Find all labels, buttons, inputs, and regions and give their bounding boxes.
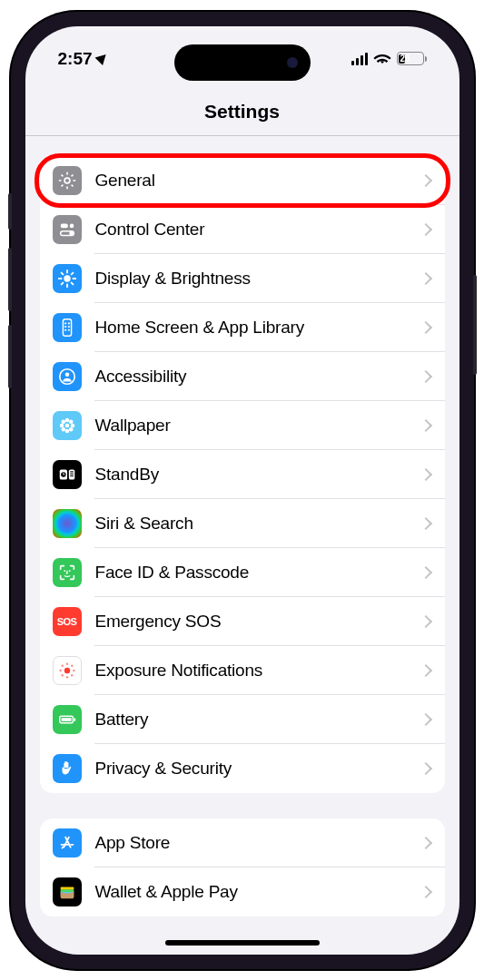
row-label: Siri & Search: [95, 514, 421, 534]
svg-point-33: [64, 428, 69, 433]
svg-point-28: [67, 328, 69, 330]
exposure-icon: [53, 656, 82, 685]
svg-point-52: [73, 669, 74, 671]
svg-line-5: [61, 174, 63, 176]
chevron-right-icon: [419, 516, 431, 529]
svg-rect-59: [74, 718, 75, 721]
svg-rect-66: [60, 889, 74, 892]
chevron-right-icon: [419, 467, 431, 480]
standby-icon: [53, 460, 82, 489]
settings-row-wallpaper[interactable]: Wallpaper: [40, 401, 445, 450]
display-brightness-icon: [53, 264, 82, 293]
row-label: Privacy & Security: [95, 759, 421, 779]
settings-row-general[interactable]: General: [40, 156, 445, 205]
chevron-right-icon: [419, 614, 431, 627]
accessibility-icon: [53, 362, 82, 391]
svg-point-12: [69, 230, 74, 235]
general-icon: [53, 166, 82, 195]
home-screen-icon: [53, 313, 82, 342]
settings-row-standby[interactable]: StandBy: [40, 450, 445, 499]
svg-point-24: [67, 322, 69, 324]
row-label: Emergency SOS: [95, 612, 421, 632]
settings-row-accessibility[interactable]: Accessibility: [40, 352, 445, 401]
chevron-right-icon: [419, 320, 431, 333]
svg-rect-58: [61, 718, 71, 721]
row-label: Home Screen & App Library: [95, 318, 421, 338]
chevron-right-icon: [419, 418, 431, 431]
svg-point-51: [59, 669, 61, 671]
location-icon: [94, 51, 109, 65]
svg-point-48: [64, 667, 69, 672]
svg-point-35: [70, 423, 74, 427]
row-label: Face ID & Passcode: [95, 563, 421, 583]
settings-row-sos[interactable]: SOSEmergency SOS: [40, 597, 445, 646]
svg-point-36: [61, 419, 65, 424]
svg-point-56: [71, 674, 73, 676]
row-label: Control Center: [95, 220, 421, 240]
battery-icon: [53, 705, 82, 734]
faceid-icon: [53, 558, 82, 587]
siri-icon: [53, 509, 82, 538]
svg-line-19: [71, 282, 73, 284]
settings-row-display-brightness[interactable]: Display & Brightness: [40, 254, 445, 303]
svg-point-25: [64, 325, 66, 327]
svg-point-32: [64, 417, 69, 422]
chevron-right-icon: [419, 271, 431, 284]
svg-point-47: [68, 570, 70, 572]
cellular-icon: [351, 53, 368, 65]
wifi-icon: [373, 52, 391, 65]
page-title: Settings: [25, 101, 459, 122]
svg-point-38: [61, 426, 65, 431]
settings-list[interactable]: GeneralControl CenterDisplay & Brightnes…: [25, 136, 459, 955]
settings-row-control-center[interactable]: Control Center: [40, 205, 445, 254]
settings-row-battery[interactable]: Battery: [40, 695, 445, 744]
battery-icon: 28: [397, 52, 427, 65]
row-label: Accessibility: [95, 367, 421, 387]
settings-row-wallet[interactable]: Wallet & Apple Pay: [40, 867, 445, 916]
svg-point-34: [59, 423, 64, 427]
svg-point-54: [71, 664, 73, 666]
phone-frame: 2:57 28 Settings: [11, 12, 474, 969]
settings-row-siri[interactable]: Siri & Search: [40, 499, 445, 548]
settings-row-faceid[interactable]: Face ID & Passcode: [40, 548, 445, 597]
status-time: 2:57: [58, 49, 93, 69]
settings-row-appstore[interactable]: App Store: [40, 818, 445, 867]
settings-row-home-screen[interactable]: Home Screen & App Library: [40, 303, 445, 352]
home-indicator[interactable]: [165, 940, 320, 946]
row-label: Exposure Notifications: [95, 661, 421, 681]
svg-point-39: [68, 426, 73, 431]
svg-line-7: [61, 184, 63, 186]
settings-row-exposure[interactable]: Exposure Notifications: [40, 646, 445, 695]
settings-row-privacy[interactable]: Privacy & Security: [40, 744, 445, 793]
chevron-right-icon: [419, 836, 431, 848]
svg-line-64: [62, 847, 63, 848]
chevron-right-icon: [419, 565, 431, 578]
appstore-icon: [53, 828, 82, 858]
screen: 2:57 28 Settings: [25, 26, 459, 955]
svg-rect-43: [70, 471, 74, 472]
svg-line-20: [61, 282, 63, 284]
chevron-right-icon: [419, 712, 431, 725]
svg-line-21: [71, 272, 73, 274]
chevron-right-icon: [419, 173, 431, 186]
chevron-right-icon: [419, 761, 431, 774]
svg-point-27: [64, 328, 66, 330]
privacy-icon: [53, 754, 82, 783]
sos-icon: SOS: [53, 607, 82, 636]
svg-line-6: [71, 184, 73, 186]
dynamic-island: [174, 44, 311, 81]
svg-point-26: [67, 325, 69, 327]
svg-rect-65: [60, 887, 74, 889]
chevron-right-icon: [419, 663, 431, 676]
chevron-right-icon: [419, 222, 431, 235]
chevron-right-icon: [419, 885, 431, 897]
svg-point-31: [64, 423, 69, 427]
svg-rect-22: [63, 318, 71, 335]
row-label: Display & Brightness: [95, 269, 421, 289]
svg-line-18: [61, 272, 63, 274]
row-label: Wallpaper: [95, 416, 421, 436]
svg-rect-42: [68, 469, 74, 479]
svg-point-55: [61, 674, 63, 676]
svg-point-46: [64, 570, 65, 572]
svg-point-23: [64, 322, 66, 324]
